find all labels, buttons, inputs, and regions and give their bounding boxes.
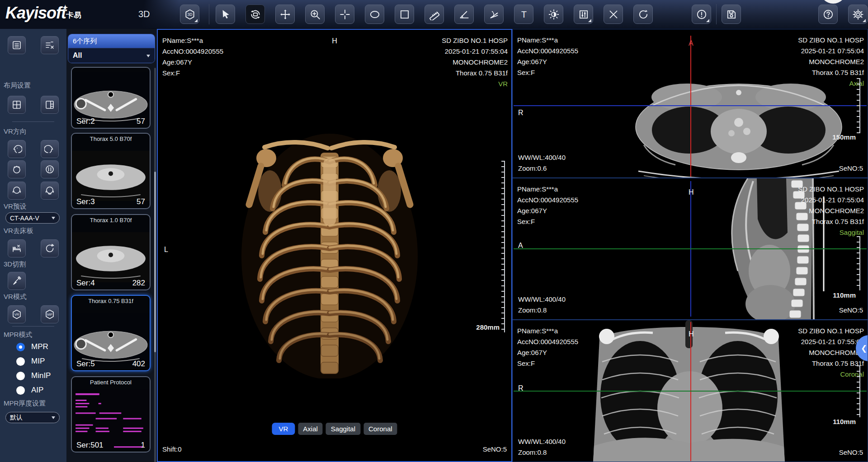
scrollbar-thumb[interactable] <box>154 172 156 352</box>
scalpel-cut-button[interactable] <box>8 272 26 290</box>
study-info-overlay: SD ZIBO NO.1 HOSP 2025-01-21 07:55:04 MO… <box>798 35 864 89</box>
user-avatar[interactable] <box>820 0 846 4</box>
saggital-viewport[interactable]: PName:S***a AccNO:0004920555 Age:067Y Se… <box>512 178 868 320</box>
vr-head-right-button[interactable] <box>41 140 59 158</box>
vr-head-back-button[interactable] <box>8 182 26 200</box>
tool-alert-button[interactable] <box>692 5 711 24</box>
series-thumbnail-ser2[interactable]: Ser:2 57 <box>71 67 151 129</box>
tool-text-button[interactable]: T <box>514 5 533 24</box>
scale-ruler <box>857 365 860 417</box>
series-description: Thorax 0.75 B31f <box>442 68 508 79</box>
tool-save-button[interactable] <box>722 5 741 24</box>
crosshair-horizontal-blue[interactable] <box>514 105 867 106</box>
series-scrollbar[interactable] <box>154 68 156 462</box>
tool-reset-button[interactable] <box>633 5 653 24</box>
view-type-label: Axial <box>798 78 864 89</box>
tool-cobb-angle-button[interactable] <box>484 5 504 24</box>
mpr-thickness-label: MPR厚度设置 <box>4 399 46 408</box>
series-list-toggle-button[interactable] <box>8 36 26 54</box>
hospital-name: SD ZIBO NO.1 HOSP <box>798 326 864 336</box>
close-layout-button[interactable] <box>41 36 59 54</box>
vr-preset-select[interactable]: CT-AAA-V <box>5 212 60 224</box>
series-number: Ser:2 <box>76 117 95 126</box>
patient-sex: Sex:F <box>517 358 578 369</box>
crosshair-horizontal-green[interactable] <box>514 391 867 392</box>
mip-render-mode-button[interactable]: MIP <box>41 305 59 323</box>
image-count: 57 <box>137 117 145 126</box>
image-count: 57 <box>137 197 145 206</box>
vr-head-front-button[interactable] <box>41 182 59 200</box>
series-title: Thorax 5.0 B70f <box>72 134 150 144</box>
tool-3d-view-button[interactable]: 3D <box>180 5 199 24</box>
scale-ruler <box>501 161 505 332</box>
mpr-option-mpr[interactable]: MPR <box>16 342 48 351</box>
view-button-coronal[interactable]: Coronal <box>363 423 397 435</box>
settings-button[interactable] <box>848 5 868 24</box>
orientation-marker-left: R <box>518 109 524 117</box>
scale-ruler <box>857 78 860 133</box>
patient-name: PName:S***a <box>517 184 578 195</box>
zoom-value: Zoom:0.8 <box>518 447 547 458</box>
orientation-marker-top: H <box>689 188 694 196</box>
series-filter-select[interactable]: All <box>68 48 155 63</box>
svg-text:T: T <box>521 9 527 19</box>
tool-delete-button[interactable] <box>604 5 623 24</box>
mpr-option-aip[interactable]: AIP <box>16 386 43 395</box>
zoom-value: Zoom:0.8 <box>518 305 547 316</box>
coronal-viewport[interactable]: PName:S***a AccNO:0004920555 Age:067Y Se… <box>512 320 868 462</box>
mpr-option-minip[interactable]: MinIP <box>16 371 51 380</box>
crosshair-horizontal-green[interactable] <box>514 248 867 249</box>
tool-rectangle-button[interactable] <box>395 5 414 24</box>
view-button-axial[interactable]: Axial <box>298 423 323 435</box>
tool-window-level-button[interactable] <box>574 5 593 24</box>
axial-viewport[interactable]: PName:S***a AccNO:0004920555 Age:067Y Se… <box>512 29 868 178</box>
crosshair-vertical-red[interactable] <box>690 322 691 461</box>
bed-reset-button[interactable] <box>41 239 59 257</box>
series-panel: 6个序列 All Ser:2 57 Thorax 5.0 B70f Ser:3 … <box>66 29 157 462</box>
window-level-value: WW/WL:400/40 <box>518 152 566 163</box>
tool-ellipse-button[interactable] <box>365 5 384 24</box>
image-count: 402 <box>132 359 145 369</box>
tool-ruler-button[interactable] <box>425 5 444 24</box>
patient-name: PName:S***a <box>517 35 578 46</box>
view-button-vr[interactable]: VR <box>272 423 295 435</box>
layout-grid-button[interactable] <box>8 96 26 114</box>
series-thumbnail-ser501[interactable]: Patient Protocol Ser:501 1 <box>71 376 151 453</box>
vr-head-top-button[interactable] <box>8 160 26 178</box>
series-thumbnail-ser5-selected[interactable]: Thorax 0.75 B31f Ser:5 402 <box>71 295 151 371</box>
mpr-option-mip[interactable]: MIP <box>16 357 45 366</box>
help-button[interactable] <box>818 5 838 24</box>
sidebar-divider <box>12 326 54 327</box>
view-type-label: Coronal <box>798 369 864 380</box>
layout-main-right-button[interactable] <box>41 96 59 114</box>
series-no-value: SeNO:5 <box>839 305 863 316</box>
scale-label: 110mm <box>833 291 856 299</box>
cut-3d-label: 3D切割 <box>4 260 26 269</box>
tool-zoom-button[interactable] <box>305 5 325 24</box>
vr-viewport[interactable]: PName:S***a AccNO:0004920555 Age:067Y Se… <box>157 29 512 462</box>
dicom-viewer-app: Kayisoft卡易 ✦ 3D 3D <box>0 0 868 462</box>
series-thumbnail-ser4[interactable]: Thorax 1.0 B70f Ser:4 282 <box>71 214 151 290</box>
tool-crosshair-button[interactable] <box>335 5 354 24</box>
series-thumbnail-ser3[interactable]: Thorax 5.0 B70f Ser:3 57 <box>71 133 151 209</box>
series-number: Ser:5 <box>76 359 95 369</box>
vr-head-bottom-button[interactable] <box>41 160 59 178</box>
tool-angle-button[interactable] <box>454 5 474 24</box>
series-description: Thorax 0.75 B31f <box>798 216 864 227</box>
svg-text:VR: VR <box>14 313 19 317</box>
tool-brightness-button[interactable] <box>544 5 563 24</box>
crosshair-vertical-red[interactable] <box>690 36 691 177</box>
orientation-marker-left: L <box>164 246 168 254</box>
view-button-saggital[interactable]: Saggital <box>326 423 360 435</box>
image-count: 1 <box>141 441 145 450</box>
remove-bed-button[interactable] <box>8 239 26 257</box>
vr-head-left-button[interactable] <box>8 140 26 158</box>
radio-icon <box>16 386 25 395</box>
tool-pan-button[interactable] <box>275 5 295 24</box>
mpr-thickness-select[interactable]: 默认 <box>5 412 60 423</box>
tool-rotate-3d-button[interactable] <box>245 5 265 24</box>
study-datetime: 2025-01-21 07:55:04 <box>798 195 864 205</box>
series-number: Ser:4 <box>76 279 95 288</box>
vr-render-mode-button[interactable]: VR <box>8 305 26 323</box>
tool-pointer-button[interactable] <box>216 5 235 24</box>
